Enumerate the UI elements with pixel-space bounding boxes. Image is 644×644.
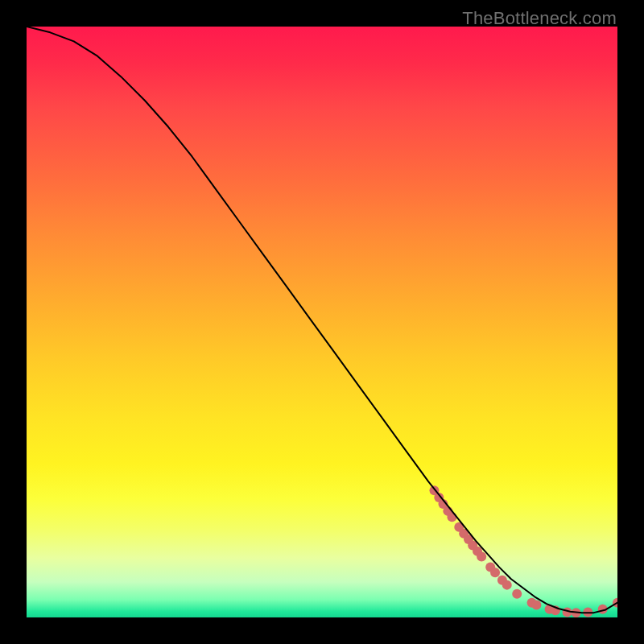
curve-marker [512, 589, 522, 599]
curve-marker [531, 601, 541, 610]
marker-group [429, 485, 617, 617]
bottleneck-curve [27, 27, 617, 613]
curve-marker [502, 580, 512, 590]
curve-marker [490, 568, 500, 577]
chart-stage: TheBottleneck.com [0, 0, 644, 644]
watermark-text: TheBottleneck.com [462, 8, 617, 29]
curve-layer [27, 27, 617, 617]
curve-marker [447, 512, 456, 522]
plot-area [27, 27, 617, 617]
curve-marker [477, 551, 486, 561]
